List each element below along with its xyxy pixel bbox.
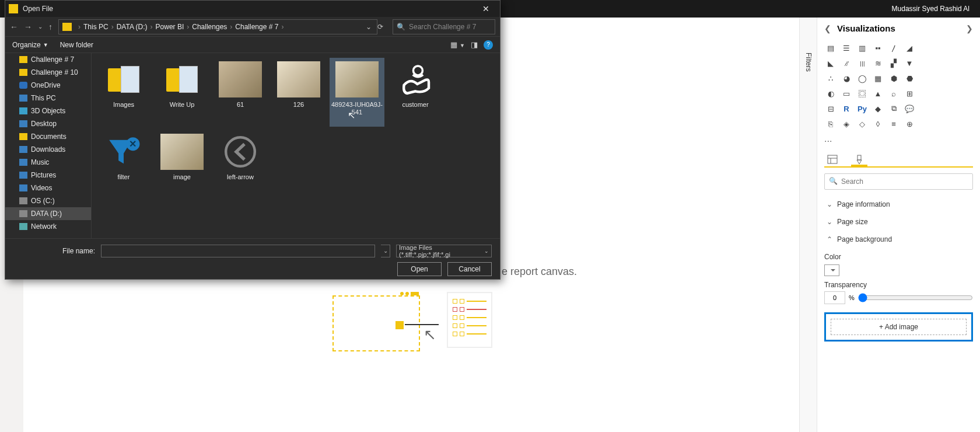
search-box[interactable]: 🔍 Search Challenge # 7 <box>393 19 495 34</box>
color-picker[interactable] <box>824 264 839 276</box>
file-item[interactable]: image <box>155 130 209 199</box>
new-folder-button[interactable]: New folder <box>60 41 93 49</box>
add-image-button[interactable]: + Add image <box>824 312 973 342</box>
transparency-input[interactable] <box>824 291 845 304</box>
view-options-icon[interactable]: ▦ ▼ <box>450 40 465 49</box>
tree-item[interactable]: OneDrive <box>5 79 91 92</box>
viz-qa-icon[interactable]: 💬 <box>903 102 916 115</box>
viz-paginated-icon[interactable]: ⎘ <box>824 117 837 130</box>
tree-item[interactable]: 3D Objects <box>5 104 91 117</box>
organize-button[interactable]: Organize ▼ <box>12 41 48 49</box>
breadcrumb-item[interactable]: Challenge # 7 <box>235 23 278 31</box>
tree-item[interactable]: Downloads <box>5 143 91 156</box>
preview-pane-icon[interactable]: ◨ <box>471 40 478 49</box>
format-search-input[interactable] <box>824 173 973 190</box>
file-item[interactable]: Images <box>96 58 151 127</box>
filename-input[interactable] <box>101 245 375 257</box>
viz-kpi-icon[interactable]: ▲ <box>872 87 884 100</box>
viz-slicer-icon[interactable]: ⌕ <box>887 87 900 100</box>
viz-clustered-column-icon[interactable]: ▪▪ <box>872 41 884 54</box>
tree-item[interactable]: Videos <box>5 182 91 194</box>
breadcrumb-item[interactable]: DATA (D:) <box>117 23 148 31</box>
filename-history-icon[interactable]: ⌄ <box>381 245 390 257</box>
nav-back-icon[interactable]: ← <box>10 22 18 32</box>
help-icon[interactable]: ? <box>484 40 493 50</box>
viz-matrix-icon[interactable]: ⊟ <box>824 102 837 115</box>
viz-map-icon[interactable]: ⬢ <box>887 72 900 85</box>
file-list[interactable]: ImagesWrite Up61126489243-IUH0A9J-541cus… <box>92 53 500 238</box>
viz-treemap-icon[interactable]: ▦ <box>872 72 884 85</box>
breadcrumb-item[interactable]: This PC <box>83 23 108 31</box>
fields-tab[interactable] <box>824 154 841 166</box>
viz-waterfall-icon[interactable]: ▞ <box>887 57 900 69</box>
format-tab[interactable] <box>851 154 867 166</box>
file-item[interactable]: 126 <box>271 58 326 127</box>
viz-line-stacked-column-icon[interactable]: ⫽ <box>840 57 853 69</box>
folder-tree[interactable]: Challenge # 7Challenge # 10OneDriveThis … <box>5 53 92 238</box>
section-page-background[interactable]: ⌃ Page background <box>824 231 973 248</box>
tree-item[interactable]: Music <box>5 156 91 169</box>
viz-arcgis-icon[interactable]: ◈ <box>840 117 853 130</box>
breadcrumb-bar[interactable]: › This PC › DATA (D:) › Power BI › Chall… <box>58 19 377 34</box>
viz-python-visual-icon[interactable]: Py <box>856 102 869 115</box>
viz-table-icon[interactable]: ⊞ <box>903 87 916 100</box>
viz-smart-narrative-icon[interactable]: ≡ <box>887 117 900 130</box>
tree-item[interactable]: This PC <box>5 92 91 104</box>
viz-line-icon[interactable]: 〳 <box>887 41 900 54</box>
filters-tab[interactable]: Filters <box>800 18 817 432</box>
tree-item[interactable]: Documents <box>5 130 91 143</box>
section-page-size[interactable]: ⌄ Page size <box>824 213 973 231</box>
viz-powerautomate-icon[interactable]: ◊ <box>872 117 884 130</box>
viz-funnel-icon[interactable]: ▼ <box>903 57 916 69</box>
viz-ribbon-icon[interactable]: ≋ <box>872 57 884 69</box>
breadcrumb-history-icon[interactable]: ⌄ <box>366 23 372 31</box>
viz-area-icon[interactable]: ◢ <box>903 41 916 54</box>
tree-item[interactable]: OS (C:) <box>5 194 91 207</box>
viz-stacked-bar-icon[interactable]: ▤ <box>824 41 837 54</box>
breadcrumb-item[interactable]: Power BI <box>156 23 184 31</box>
tree-item[interactable]: Network <box>5 220 91 233</box>
file-item[interactable]: 61 <box>213 58 268 127</box>
file-item[interactable]: 489243-IUH0A9J-541 <box>330 58 384 127</box>
file-item[interactable]: customer <box>388 58 443 127</box>
viz-nav-left-icon[interactable]: ❮ <box>824 24 831 33</box>
transparency-slider[interactable] <box>858 293 973 302</box>
viz-more-icon[interactable]: ··· <box>824 136 973 147</box>
file-item[interactable]: ✕filter <box>96 130 151 199</box>
refresh-icon[interactable]: ⟳ <box>377 23 383 31</box>
file-item[interactable]: left-arrow <box>213 130 268 199</box>
viz-line-clustered-column-icon[interactable]: ⫼ <box>856 57 869 69</box>
viz-get-more-icon[interactable]: ⊕ <box>903 117 916 130</box>
viz-multi-row-card-icon[interactable]: ⿴ <box>856 87 869 100</box>
tree-item[interactable]: Pictures <box>5 169 91 182</box>
viz-decomposition-tree-icon[interactable]: ⧉ <box>887 102 900 115</box>
viz-key-influencers-icon[interactable]: ◆ <box>872 102 884 115</box>
tree-item[interactable]: DATA (D:) <box>5 207 91 220</box>
viz-donut-icon[interactable]: ◯ <box>856 72 869 85</box>
viz-nav-right-icon[interactable]: ❯ <box>966 24 973 33</box>
viz-stacked-area-icon[interactable]: ◣ <box>824 57 837 69</box>
viz-pie-icon[interactable]: ◕ <box>840 72 853 85</box>
nav-recent-icon[interactable]: ⌄ <box>38 23 43 30</box>
viz-r-visual-icon[interactable]: R <box>840 102 853 115</box>
tree-item[interactable]: Challenge # 10 <box>5 66 91 79</box>
viz-powerapps-icon[interactable]: ◇ <box>856 117 869 130</box>
open-button[interactable]: Open <box>397 262 442 276</box>
nav-forward-icon[interactable]: → <box>24 22 32 32</box>
viz-stacked-column-icon[interactable]: ▥ <box>856 41 869 54</box>
dialog-titlebar[interactable]: Open File ✕ <box>5 1 500 17</box>
viz-filled-map-icon[interactable]: ⬣ <box>903 72 916 85</box>
file-item[interactable]: Write Up <box>155 58 209 127</box>
viz-clustered-bar-icon[interactable]: ☰ <box>840 41 853 54</box>
file-type-select[interactable]: Image Files (*.tiff;*.pjp;*.jfif;*.gi ⌄ <box>396 245 492 257</box>
cancel-button[interactable]: Cancel <box>447 262 492 276</box>
close-button[interactable]: ✕ <box>475 4 496 13</box>
breadcrumb-item[interactable]: Challenges <box>192 23 227 31</box>
nav-up-icon[interactable]: ↑ <box>48 22 52 32</box>
tree-item[interactable]: Challenge # 7 <box>5 53 91 66</box>
section-page-information[interactable]: ⌄ Page information <box>824 196 973 213</box>
viz-gauge-icon[interactable]: ◐ <box>824 87 837 100</box>
viz-card-icon[interactable]: ▭ <box>840 87 853 100</box>
viz-scatter-icon[interactable]: ∴ <box>824 72 837 85</box>
tree-item[interactable]: Desktop <box>5 117 91 130</box>
